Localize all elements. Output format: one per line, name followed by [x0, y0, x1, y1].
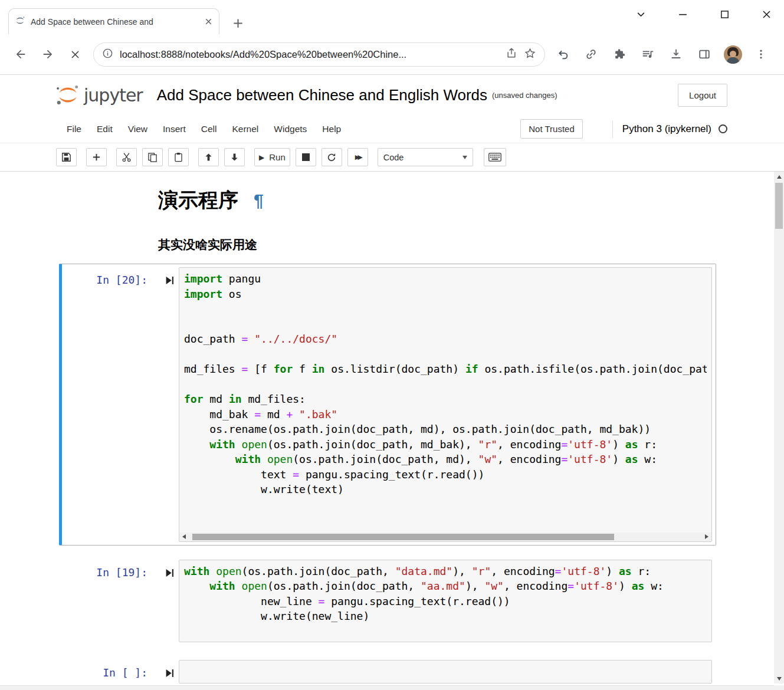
- jupyter-wordmark: jupyter: [84, 85, 143, 106]
- kernel-idle-icon: [719, 124, 727, 133]
- site-info-icon[interactable]: [102, 48, 113, 61]
- menu-view[interactable]: View: [120, 119, 155, 139]
- address-bar[interactable]: localhost:8888/notebooks/Add%20Space%20b…: [93, 42, 545, 67]
- scroll-left-icon[interactable]: [179, 533, 189, 541]
- paste-icon: [173, 152, 183, 162]
- jupyter-header: jupyter Add Space between Chinese and En…: [0, 75, 784, 115]
- restart-run-all-button[interactable]: ▶▶: [347, 148, 368, 166]
- run-icon: ▶: [259, 153, 264, 162]
- keyboard-icon: [488, 153, 501, 162]
- undo-icon[interactable]: [549, 41, 577, 68]
- cut-icon: [122, 152, 132, 162]
- notebook-menubar: File Edit View Insert Cell Kernel Widget…: [0, 115, 784, 143]
- markdown-cell[interactable]: 演示程序 ¶ 其实没啥实际用途: [59, 187, 716, 253]
- run-this-cell-icon[interactable]: [165, 669, 174, 678]
- menu-kernel[interactable]: Kernel: [225, 119, 267, 139]
- add-cell-button[interactable]: [86, 148, 107, 166]
- run-this-cell-icon[interactable]: [165, 569, 174, 577]
- run-this-cell-icon[interactable]: [165, 276, 174, 285]
- browser-toolbar: localhost:8888/notebooks/Add%20Space%20b…: [0, 34, 784, 75]
- command-palette-button[interactable]: [484, 148, 506, 166]
- scrollbar-thumb[interactable]: [775, 183, 783, 229]
- tab-title: Add Space between Chinese and: [31, 17, 199, 27]
- code-input-area[interactable]: with open(os.path.join(doc_path, "data.m…: [179, 560, 712, 642]
- media-queue-icon[interactable]: [634, 41, 662, 68]
- code-horizontal-scrollbar[interactable]: [179, 533, 711, 541]
- code-cell[interactable]: In [19]: with open(os.path.join(doc_path…: [59, 556, 716, 646]
- menu-cell[interactable]: Cell: [193, 119, 225, 139]
- paste-cell-button[interactable]: [168, 148, 189, 166]
- extensions-puzzle-icon[interactable]: [605, 41, 634, 68]
- interrupt-kernel-button[interactable]: [296, 148, 316, 166]
- profile-avatar[interactable]: [719, 41, 747, 68]
- window-close-button[interactable]: [759, 7, 773, 21]
- logout-button[interactable]: Logout: [678, 84, 727, 107]
- markdown-subheading: 其实没啥实际用途: [158, 236, 716, 253]
- code-input-area[interactable]: import panguimport os doc_path = "../../…: [179, 267, 712, 542]
- run-button[interactable]: ▶ Run: [254, 148, 290, 166]
- fast-forward-icon: ▶▶: [355, 153, 360, 161]
- side-panel-icon[interactable]: [690, 41, 719, 68]
- scroll-up-icon[interactable]: [774, 172, 784, 182]
- cut-cell-button[interactable]: [116, 148, 137, 166]
- tab-close-icon[interactable]: [204, 17, 213, 26]
- menu-help[interactable]: Help: [314, 119, 349, 139]
- code-cell[interactable]: In [ ]:: [59, 656, 716, 684]
- scrollbar-corner: [774, 685, 784, 690]
- jupyter-favicon-icon: [15, 15, 25, 28]
- new-tab-button[interactable]: [229, 14, 247, 32]
- input-prompt: In [19]:: [96, 565, 147, 580]
- input-prompt: In [ ]:: [103, 665, 147, 681]
- menubar-divider: [612, 120, 613, 138]
- share-icon[interactable]: [506, 47, 517, 61]
- scroll-down-icon[interactable]: [774, 673, 784, 684]
- not-trusted-button[interactable]: Not Trusted: [520, 119, 583, 139]
- link-icon[interactable]: [577, 41, 605, 68]
- download-icon[interactable]: [662, 41, 690, 68]
- page-horizontal-scrollbar[interactable]: [0, 685, 774, 690]
- window-maximize-button[interactable]: [717, 7, 731, 21]
- restart-icon: [327, 153, 336, 162]
- forward-button[interactable]: [34, 41, 61, 68]
- back-button[interactable]: [7, 41, 34, 68]
- plus-icon: [92, 153, 101, 162]
- bookmark-star-icon[interactable]: [524, 47, 536, 62]
- save-icon: [61, 152, 71, 162]
- notebook-area: 演示程序 ¶ 其实没啥实际用途 In [20]: import panguimp…: [0, 172, 784, 684]
- copy-cell-button[interactable]: [142, 148, 163, 166]
- tab-search-chevron-icon[interactable]: [634, 7, 648, 21]
- url-text[interactable]: localhost:8888/notebooks/Add%20Space%20b…: [120, 49, 499, 60]
- notebook-toolbar: ▶ Run ▶▶ Code: [0, 143, 784, 172]
- chevron-down-icon: [462, 156, 467, 159]
- code-input-area[interactable]: [179, 660, 712, 684]
- run-label: Run: [269, 152, 286, 162]
- menu-insert[interactable]: Insert: [155, 119, 193, 139]
- notebook-title[interactable]: Add Space between Chinese and English Wo…: [157, 86, 487, 104]
- move-cell-up-button[interactable]: [198, 148, 219, 166]
- menu-edit[interactable]: Edit: [89, 119, 120, 139]
- jupyter-logo-icon: [54, 83, 81, 107]
- menu-file[interactable]: File: [59, 119, 89, 139]
- cell-type-value: Code: [383, 153, 404, 162]
- restart-kernel-button[interactable]: [322, 148, 342, 166]
- save-button[interactable]: [56, 148, 77, 166]
- move-cell-down-button[interactable]: [224, 148, 245, 166]
- browser-tab-strip: Add Space between Chinese and: [0, 0, 784, 34]
- browser-menu-dots-icon[interactable]: [747, 41, 775, 68]
- kernel-indicator-name: Python 3 (ipykernel): [622, 123, 711, 135]
- cell-type-select[interactable]: Code: [378, 148, 473, 166]
- menu-widgets[interactable]: Widgets: [266, 119, 314, 139]
- checkpoint-status: (unsaved changes): [492, 91, 557, 100]
- stop-loading-button[interactable]: [61, 41, 88, 68]
- stop-icon: [302, 153, 310, 161]
- code-cell[interactable]: In [20]: import panguimport os doc_path …: [59, 264, 716, 546]
- jupyter-logo[interactable]: jupyter: [54, 83, 143, 107]
- scroll-right-icon[interactable]: [702, 533, 711, 541]
- markdown-heading: 演示程序: [158, 187, 238, 214]
- browser-tab[interactable]: Add Space between Chinese and: [8, 8, 219, 34]
- copy-icon: [147, 152, 158, 162]
- heading-anchor-link[interactable]: ¶: [254, 190, 264, 211]
- window-minimize-button[interactable]: [675, 7, 690, 21]
- page-vertical-scrollbar[interactable]: [774, 172, 784, 684]
- scrollbar-thumb[interactable]: [192, 534, 614, 540]
